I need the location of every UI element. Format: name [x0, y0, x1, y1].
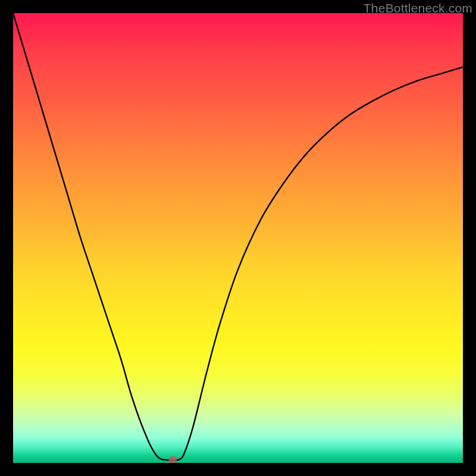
chart-frame: TheBottleneck.com: [0, 0, 476, 476]
watermark-text: TheBottleneck.com: [364, 1, 472, 15]
curve-path: [13, 13, 463, 461]
bottleneck-curve: [13, 13, 463, 463]
plot-area: [13, 13, 463, 463]
minimum-marker: [168, 456, 177, 463]
